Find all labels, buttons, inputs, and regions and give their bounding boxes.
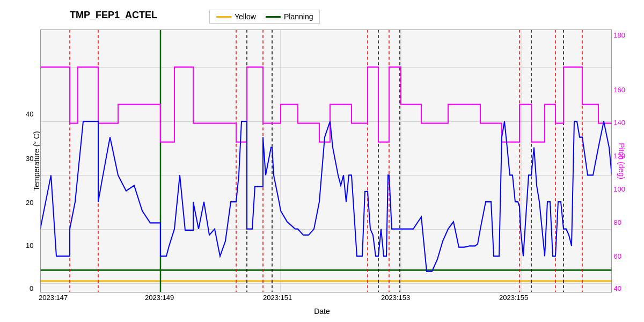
svg-rect-0: [40, 30, 612, 292]
y-tick-20: 20: [26, 199, 33, 207]
y-tick-30: 30: [26, 155, 33, 163]
legend-line-yellow: [216, 16, 231, 18]
x-tick-147: 2023:147: [39, 294, 68, 302]
y-right-tick-100: 100: [613, 185, 625, 193]
y-axis-label-right: Pitch (deg): [617, 143, 626, 179]
y-right-tick-180: 180: [613, 31, 625, 39]
y-right-tick-160: 160: [613, 86, 625, 94]
y-tick-40: 40: [26, 110, 33, 118]
y-right-tick-60: 60: [614, 252, 621, 260]
chart-svg: [40, 30, 612, 292]
chart-title: TMP_FEP1_ACTEL: [70, 10, 157, 21]
legend-line-planning: [266, 16, 281, 18]
chart-container: TMP_FEP1_ACTEL Yellow Planning Temperatu…: [0, 0, 644, 322]
legend-item-planning: Planning: [266, 12, 313, 21]
y-right-tick-80: 80: [614, 218, 621, 226]
y-right-tick-40: 40: [614, 284, 621, 292]
x-axis-label: Date: [314, 307, 330, 316]
y-right-tick-140: 140: [613, 119, 625, 127]
legend-label-yellow: Yellow: [235, 12, 256, 21]
x-tick-155: 2023:155: [499, 294, 528, 302]
x-tick-153: 2023:153: [381, 294, 410, 302]
y-tick-10: 10: [26, 241, 33, 250]
y-right-tick-120: 120: [613, 152, 625, 160]
y-tick-0: 0: [30, 284, 33, 292]
x-tick-149: 2023:149: [145, 294, 174, 302]
legend-item-yellow: Yellow: [216, 12, 256, 21]
legend-label-planning: Planning: [284, 12, 313, 21]
legend: Yellow Planning: [209, 10, 320, 24]
x-tick-151: 2023:151: [263, 294, 292, 302]
